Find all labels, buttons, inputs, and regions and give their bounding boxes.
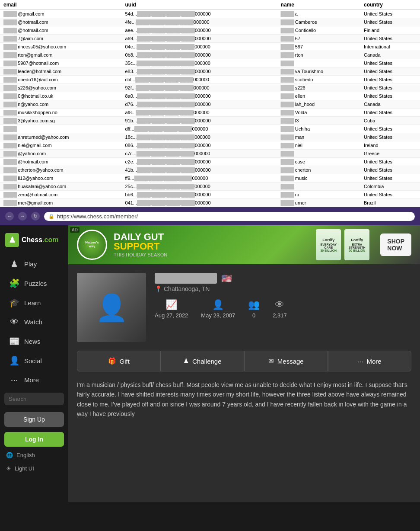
gift-label: Gift [120, 358, 130, 365]
message-icon: ✉ [268, 357, 274, 365]
cell-email: ████leader@hotmail.com [0, 67, 121, 76]
cell-name: ████Camberos [277, 18, 360, 26]
gift-icon: 🎁 [108, 357, 116, 365]
gift-button[interactable]: 🎁 Gift [77, 351, 161, 371]
cell-email: ████3@yahoo.com.sg [0, 117, 121, 125]
sidebar-search[interactable] [4, 393, 64, 405]
cell-country: United States [360, 92, 420, 100]
country-flag: 🇺🇸 [221, 273, 232, 284]
profile-section: 👤 ██████████ 🇺🇸 📍 Chattanooga, TN 📈 Aug … [68, 264, 420, 351]
cell-email: ████@yahoo.com [0, 150, 121, 158]
cell-name: ████ [277, 59, 360, 67]
table-row: ████musikkshoppen.noaf8...████ ████ ████… [0, 109, 420, 117]
profile-name-row: ██████████ 🇺🇸 [155, 273, 411, 284]
cell-email: ████musikkshoppen.no [0, 109, 121, 117]
cell-email: ████zero@hotmail.com [0, 191, 121, 199]
sidebar-theme[interactable]: ☀ Light UI [0, 462, 68, 475]
cell-uuid: d76...████ ████ ████ ████000000 [121, 100, 277, 109]
cell-name: ████scobedo [277, 76, 360, 84]
refresh-button[interactable]: ↻ [31, 212, 40, 221]
logo-text: Chess.com [22, 236, 58, 244]
followers-count: 0 [252, 312, 255, 319]
logo-area: ♟ Chess.com [0, 230, 68, 254]
sidebar-language[interactable]: 🌐 English [0, 448, 68, 462]
table-row: ████huakalani@yahoo.com25c...████ ████ █… [0, 182, 420, 191]
ad-headline: DAILY GUTSUPPORT [114, 232, 167, 251]
cell-uuid: ff9...████ ████ ████ ████000000 [121, 174, 277, 182]
sidebar-item-learn[interactable]: 🎓 Learn [3, 293, 66, 312]
profile-location: 📍 Chattanooga, TN [155, 285, 411, 292]
joined-date: Aug 27, 2022 [155, 312, 188, 319]
cell-email: ████s226@yahoo.com [0, 84, 121, 92]
views-count: 2,317 [273, 312, 287, 319]
cell-name: ████s226 [277, 84, 360, 92]
stat-member-since: 👤 May 23, 2007 [201, 299, 235, 319]
table-row: ████n@yahoo.comd76...████ ████ ████ ████… [0, 100, 420, 109]
back-button[interactable]: ← [5, 212, 14, 221]
cell-email: ████etherton@yahoo.com [0, 166, 121, 174]
cell-name: ████rton [277, 51, 360, 59]
news-icon: 📰 [9, 336, 20, 346]
sidebar-label-news: News [24, 338, 41, 345]
sidebar-item-watch[interactable]: 👁 Watch [3, 313, 66, 331]
cell-name: ████cherton [277, 166, 360, 174]
ad-shop-button[interactable]: SHOPNOW [380, 234, 411, 256]
logo-suffix: .com [42, 236, 58, 243]
search-input[interactable] [4, 393, 64, 405]
ad-banner[interactable]: AD Nature'sway DAILY GUTSUPPORT THIS HOL… [68, 225, 420, 264]
cell-name: ████67 [277, 35, 360, 43]
forward-button[interactable]: → [18, 212, 27, 221]
table-row: ████7@aim.coma69...████ ████ ████ ████00… [0, 35, 420, 43]
cell-name: ████Uchiha [277, 125, 360, 133]
cell-name: ████Volda [277, 109, 360, 117]
more-label: More [366, 358, 381, 365]
cell-country: United States [360, 174, 420, 182]
sidebar-item-more[interactable]: ··· More [3, 371, 66, 389]
table-row: ████@yahoo.comc7c...████ ████ ████ ████0… [0, 150, 420, 158]
ad-text-block: DAILY GUTSUPPORT THIS HOLIDAY SEASON [114, 232, 167, 257]
challenge-icon: ♟ [183, 357, 189, 365]
cell-name: ████l3 [277, 117, 360, 125]
cell-email: ████rincess05@yahoo.com [0, 43, 121, 51]
message-button[interactable]: ✉ Message [244, 351, 328, 371]
sidebar-item-social[interactable]: 👤 Social [3, 351, 66, 370]
watch-icon: 👁 [9, 317, 20, 327]
cell-email: ████@hotmail.com [0, 18, 121, 26]
address-bar[interactable]: 🔒 https://www.chess.com/member/ [44, 212, 415, 221]
more-button[interactable]: ··· More [328, 351, 412, 371]
table-row: ████@hotmail.com4fe...████ ████ ████ ███… [0, 18, 420, 26]
stat-followers: 👥 0 [248, 299, 260, 319]
play-icon: ♟ [9, 259, 20, 269]
cell-country: United States [360, 133, 420, 141]
browser-bar: ← → ↻ 🔒 https://www.chess.com/member/ [0, 207, 420, 225]
cell-uuid: 92f...████ ████ ████ ████000000 [121, 84, 277, 92]
cell-email: ████@hotmail.com [0, 26, 121, 35]
profile-stats: 📈 Aug 27, 2022 👤 May 23, 2007 👥 0 👁 2,31… [155, 299, 411, 319]
cell-country: United States [360, 10, 420, 18]
cell-email: ████@gmail.com [0, 10, 121, 18]
sidebar-item-puzzles[interactable]: 🧩 Puzzles [3, 274, 66, 293]
bio-text: I'm a musician / physics buff/ chess buf… [77, 380, 411, 419]
table-row: ████anreturned@yahoo.com18c...████ ████ … [0, 133, 420, 141]
cell-name: ████lah_hood [277, 100, 360, 109]
col-header-email: email [0, 0, 121, 10]
cell-uuid: af8...████ ████ ████ ████000000 [121, 109, 277, 117]
table-row: ████zero@hotmail.combb6...████ ████ ████… [0, 191, 420, 199]
profile-info: ██████████ 🇺🇸 📍 Chattanooga, TN 📈 Aug 27… [155, 273, 411, 327]
table-row: ████niel@gmail.com086...████ ████ ████ █… [0, 141, 420, 150]
cell-name: ████urner [277, 199, 360, 207]
avatar-image: 👤 [77, 273, 146, 342]
ad-label: AD [70, 227, 80, 233]
login-button[interactable]: Log In [4, 432, 64, 447]
sidebar-item-play[interactable]: ♟ Play [3, 254, 66, 273]
ad-products: Fortify EVERYDAY CARE 30 BILLION Fortify… [316, 229, 369, 260]
views-icon: 👁 [275, 299, 284, 310]
cell-uuid: c7c...████ ████ ████ ████000000 [121, 150, 277, 158]
challenge-button[interactable]: ♟ Challenge [161, 351, 245, 371]
col-header-uuid: uuid [121, 0, 277, 10]
signup-button[interactable]: Sign Up [4, 412, 64, 427]
cell-country: Canada [360, 51, 420, 59]
data-table-section: email uuid name country ████@gmail.com54… [0, 0, 420, 207]
sidebar-item-news[interactable]: 📰 News [3, 332, 66, 351]
profile-avatar: 👤 [77, 273, 146, 342]
